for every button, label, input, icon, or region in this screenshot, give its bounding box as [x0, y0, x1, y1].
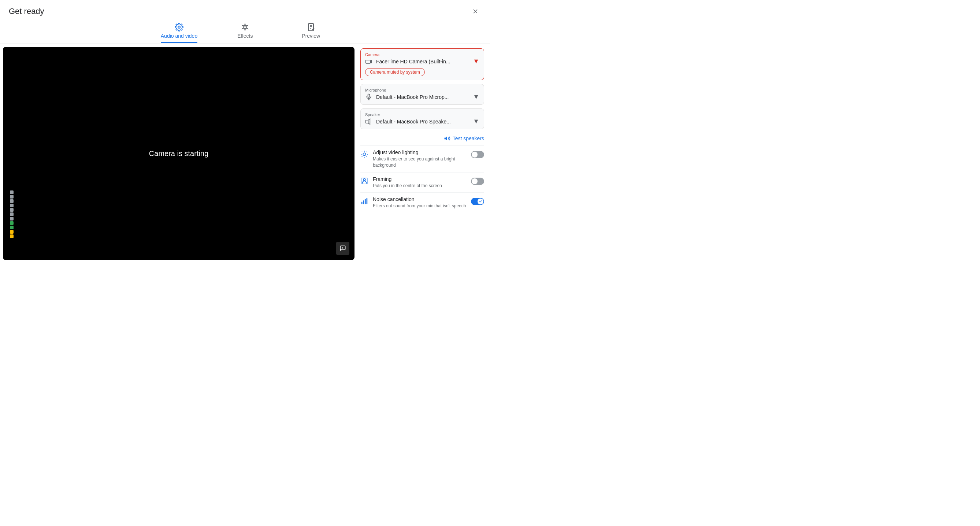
test-speakers-label: Test speakers — [453, 135, 484, 141]
svg-rect-11 — [366, 60, 371, 63]
noise-cancellation-toggle[interactable] — [471, 198, 484, 205]
tab-audio-video[interactable]: Audio and video — [161, 23, 197, 43]
adjust-video-lighting-title: Adjust video lighting — [373, 150, 466, 155]
svg-rect-25 — [367, 198, 368, 204]
speaker-chevron-icon[interactable]: ▼ — [473, 118, 479, 125]
noise-cancellation-title: Noise cancellation — [373, 196, 466, 202]
toggle-item-framing: FramingPuts you in the centre of the scr… — [360, 172, 484, 193]
framing-icon — [360, 177, 368, 185]
tab-effects[interactable]: Effects — [227, 23, 263, 43]
camera-value: FaceTime HD Camera (Built-in... — [376, 59, 469, 64]
settings-panel: Camera FaceTime HD Camera (Built-in... ▼… — [355, 44, 490, 263]
camera-chevron-icon[interactable]: ▼ — [473, 57, 479, 65]
test-speakers-button[interactable]: Test speakers — [444, 135, 484, 142]
microphone-selector[interactable]: Microphone Default - MacBook Pro Microp.… — [360, 84, 484, 105]
svg-rect-16 — [366, 120, 368, 123]
speaker-row: Default - MacBook Pro Speake... ▼ — [365, 118, 479, 125]
camera-row: FaceTime HD Camera (Built-in... ▼ — [365, 57, 479, 65]
microphone-row: Default - MacBook Pro Microp... ▼ — [365, 93, 479, 101]
page-title: Get ready — [9, 6, 44, 16]
microphone-icon — [365, 93, 372, 101]
svg-point-2 — [178, 26, 180, 28]
toggle-item-adjust-video-lighting: Adjust video lightingMakes it easier to … — [360, 145, 484, 172]
camera-label: Camera — [365, 53, 479, 57]
toggle-items: Adjust video lightingMakes it easier to … — [360, 145, 484, 213]
speaker-label: Speaker — [365, 112, 479, 117]
camera-status-text: Camera is starting — [149, 150, 208, 158]
speaker-selector[interactable]: Speaker Default - MacBook Pro Speake... … — [360, 108, 484, 129]
video-preview: Camera is starting — [3, 47, 355, 260]
microphone-value: Default - MacBook Pro Microp... — [376, 94, 469, 100]
main-content: Camera is starting Camera — [0, 44, 490, 263]
effects-icon — [240, 23, 250, 32]
tabs-bar: Audio and video Effects Preview — [0, 18, 490, 44]
volume-meter — [10, 176, 14, 238]
svg-rect-23 — [363, 201, 364, 204]
framing-title: Framing — [373, 176, 466, 182]
svg-marker-18 — [444, 137, 447, 141]
svg-rect-13 — [368, 94, 370, 97]
toggle-item-noise-cancellation: Noise cancellationFilters out sound from… — [360, 192, 484, 213]
microphone-label: Microphone — [365, 88, 479, 92]
test-speakers-row: Test speakers — [360, 133, 484, 145]
tab-preview[interactable]: Preview — [293, 23, 329, 43]
preview-icon — [307, 23, 315, 32]
report-button[interactable] — [336, 242, 349, 255]
speaker-value: Default - MacBook Pro Speake... — [376, 119, 469, 124]
settings-icon — [175, 23, 183, 32]
tab-effects-label: Effects — [237, 33, 253, 39]
framing-desc: Puts you in the centre of the screen — [373, 183, 466, 189]
svg-rect-22 — [361, 202, 363, 204]
adjust-video-lighting-desc: Makes it easier to see you against a bri… — [373, 156, 466, 169]
header: Get ready — [0, 0, 490, 18]
svg-point-19 — [363, 153, 366, 155]
svg-marker-17 — [368, 119, 370, 124]
adjust-video-lighting-toggle[interactable] — [471, 151, 484, 158]
camera-muted-badge: Camera muted by system — [365, 68, 425, 76]
speaker-icon — [365, 118, 372, 125]
noise-cancellation-icon — [360, 197, 368, 205]
adjust-video-lighting-icon — [360, 150, 368, 158]
noise-cancellation-desc: Filters out sound from your mic that isn… — [373, 203, 466, 209]
framing-toggle[interactable] — [471, 178, 484, 185]
camera-selector[interactable]: Camera FaceTime HD Camera (Built-in... ▼… — [360, 48, 484, 80]
microphone-chevron-icon[interactable]: ▼ — [473, 93, 479, 101]
camera-icon — [365, 58, 372, 65]
tab-audio-video-label: Audio and video — [161, 33, 197, 39]
close-button[interactable] — [469, 5, 481, 17]
svg-point-20 — [363, 179, 366, 180]
svg-rect-24 — [365, 199, 366, 204]
tab-preview-label: Preview — [302, 33, 320, 39]
